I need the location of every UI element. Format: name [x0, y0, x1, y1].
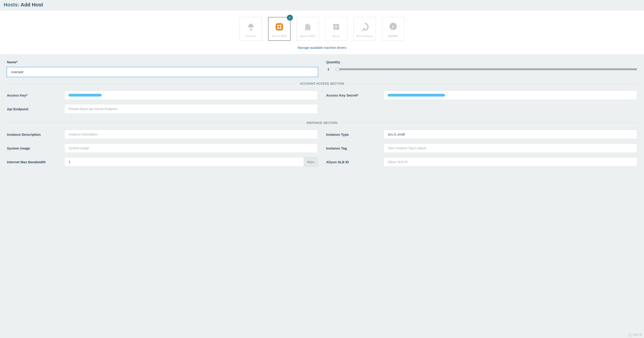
svg-rect-9	[333, 24, 336, 26]
name-label: Name*	[7, 60, 318, 64]
breadcrumb-current: Add Host	[21, 2, 43, 7]
svg-rect-1	[276, 23, 283, 30]
svg-rect-6	[306, 24, 307, 30]
driver-label: Azure	[332, 35, 341, 37]
svg-text:p: p	[392, 24, 394, 29]
name-input[interactable]	[7, 67, 318, 77]
driver-card-custom[interactable]: Custom	[240, 17, 262, 41]
api-endpoint-input[interactable]	[64, 104, 318, 114]
quantity-value: 1	[326, 67, 331, 71]
instance-tag-input[interactable]	[384, 143, 637, 153]
driver-card-azure[interactable]: Azure	[325, 17, 348, 41]
quantity-label: Quantity	[326, 60, 637, 64]
packet-icon: p	[388, 20, 398, 33]
driver-label: Amazon EC2	[299, 35, 316, 37]
driver-label: Custom	[245, 35, 256, 37]
api-endpoint-label: Api Endpoint	[7, 107, 64, 111]
instance-type-label: Instance Type	[326, 133, 384, 136]
amazon-ec2-icon	[303, 20, 312, 33]
digitalocean-icon	[360, 20, 370, 33]
instance-description-input[interactable]	[64, 130, 318, 139]
aliyun-slb-id-label: Aliyun SLB ID	[326, 160, 384, 164]
system-image-label: System image	[7, 146, 64, 150]
bandwidth-unit: Mbps	[304, 157, 318, 167]
svg-rect-12	[336, 27, 339, 30]
svg-rect-10	[336, 24, 339, 26]
svg-rect-14	[362, 30, 363, 31]
internet-max-bandwidth-label: Internet Max Bandwidth	[7, 160, 64, 164]
svg-rect-7	[307, 24, 308, 30]
svg-rect-0	[250, 29, 252, 30]
instance-description-label: Instance Description	[7, 133, 64, 136]
driver-card-amazon[interactable]: Amazon EC2	[296, 17, 319, 41]
instance-tag-label: Instance Tag	[326, 146, 384, 150]
internet-max-bandwidth-input[interactable]	[64, 157, 304, 167]
system-image-input[interactable]	[64, 143, 318, 153]
manage-drivers-link[interactable]: Manage available machine drivers	[298, 46, 346, 49]
driver-cards: Custom Aliyun ECS Amazon EC2 Azure	[0, 17, 644, 41]
azure-icon	[332, 20, 341, 33]
breadcrumb-hosts-link[interactable]: Hosts:	[4, 2, 19, 7]
slider-thumb[interactable]	[335, 67, 340, 71]
page-header: Hosts: Add Host	[0, 0, 644, 10]
aliyun-icon	[274, 20, 284, 33]
instance-type-input[interactable]	[384, 130, 637, 139]
access-key-secret-label: Access Key Secret*	[326, 93, 384, 97]
svg-rect-13	[363, 28, 365, 30]
driver-selection-panel: Custom Aliyun ECS Amazon EC2 Azure	[0, 10, 644, 54]
access-key-label: Access Key*	[7, 93, 64, 97]
driver-label: packet	[388, 34, 399, 38]
account-section-divider: ACCOUNT ACCESS SECTION	[7, 82, 637, 85]
driver-card-digitalocean[interactable]: DigitalOcean	[354, 17, 376, 41]
svg-rect-11	[333, 27, 336, 30]
aliyun-slb-id-input[interactable]	[384, 157, 637, 167]
instance-section-divider: INSTANCE SECTION	[7, 121, 637, 124]
driver-card-packet[interactable]: p packet	[382, 17, 404, 41]
check-icon	[287, 15, 293, 21]
driver-label: Aliyun ECS	[271, 35, 287, 37]
driver-label: DigitalOcean	[356, 35, 374, 37]
quantity-slider[interactable]	[336, 68, 637, 70]
access-key-input[interactable]	[64, 90, 318, 100]
driver-card-aliyun[interactable]: Aliyun ECS	[268, 17, 290, 41]
cloud-balloon-icon	[246, 20, 256, 33]
svg-rect-8	[309, 25, 310, 30]
access-key-secret-input[interactable]	[384, 90, 637, 100]
form-area: Name* Quantity 1 ACCOUNT ACCESS SECTION …	[0, 54, 644, 171]
breadcrumb: Hosts: Add Host	[4, 2, 640, 8]
